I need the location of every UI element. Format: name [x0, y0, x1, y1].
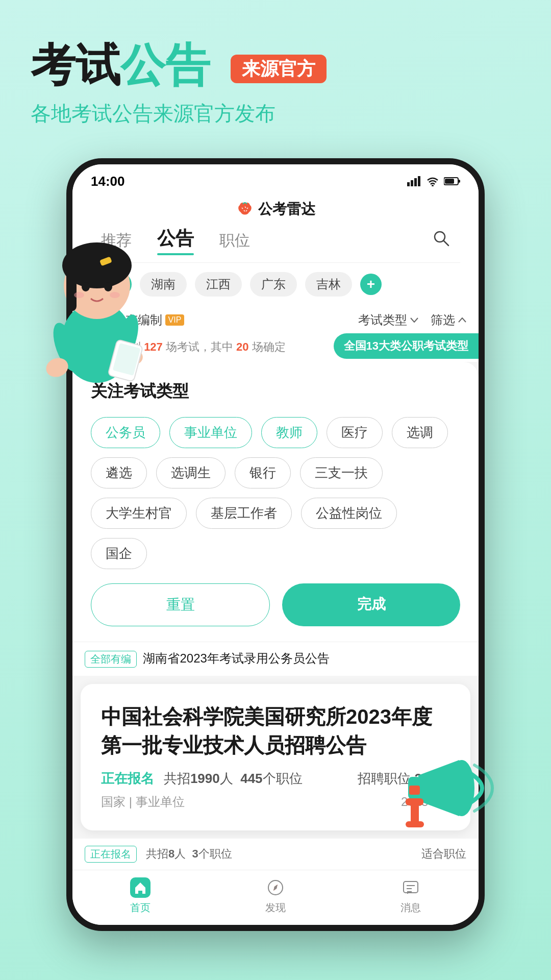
exam-tag-7[interactable]: 银行 — [235, 457, 291, 488]
app-name-text: 公考雷达 — [258, 200, 315, 219]
filter-exam-type[interactable]: 考试类型 — [358, 312, 418, 328]
exam-tag-9[interactable]: 大学生村官 — [91, 498, 187, 529]
exam-tag-12[interactable]: 国企 — [91, 538, 147, 569]
svg-point-7 — [74, 292, 84, 298]
region-guangdong[interactable]: 广东 — [250, 272, 297, 297]
svg-rect-26 — [404, 881, 418, 893]
svg-rect-31 — [409, 786, 420, 795]
filter-screen[interactable]: 筛选 — [431, 312, 466, 328]
svg-point-23 — [435, 232, 445, 242]
tab-positions[interactable]: 职位 — [219, 230, 250, 251]
megaphone-illustration — [403, 737, 505, 839]
add-region-button[interactable]: + — [360, 274, 382, 295]
card-meta-text: 共招1990人 445个职位 — [156, 771, 302, 786]
subtitle: 各地考试公告来源官方发布 — [31, 100, 520, 128]
compass-icon — [265, 877, 286, 898]
nav-discover[interactable]: 发现 — [265, 877, 286, 915]
nav-home[interactable]: 首页 — [130, 877, 151, 915]
card-footer: 国家 | 事业单位 2023-1-2 — [101, 794, 450, 810]
svg-rect-16 — [411, 180, 413, 186]
region-jilin[interactable]: 吉林 — [305, 272, 352, 297]
list-item-preview[interactable]: 全部有编 湖南省2023年考试录用公务员公告 — [72, 642, 479, 676]
second-meta: 共招8人 3个职位 — [146, 846, 232, 862]
suitable-label: 适合职位 — [421, 846, 466, 862]
second-status: 正在报名 — [85, 846, 137, 863]
svg-rect-15 — [407, 182, 410, 186]
nav-home-label: 首页 — [130, 901, 151, 915]
svg-rect-33 — [411, 803, 419, 824]
svg-rect-22 — [445, 179, 454, 184]
app-logo-icon — [236, 200, 254, 218]
app-logo: 公考雷达 — [91, 200, 460, 219]
svg-point-6 — [104, 282, 112, 291]
card-title: 中国社会科学院美国研究所2023年度第一批专业技术人员招聘公告 — [101, 702, 450, 760]
header-section: 考试公告 来源官方 各地考试公告来源官方发布 — [0, 0, 551, 148]
status-label: 正在报名 — [101, 771, 154, 786]
nav-message[interactable]: 消息 — [400, 877, 421, 915]
nav-discover-label: 发现 — [265, 901, 286, 915]
message-icon — [400, 877, 421, 898]
svg-rect-17 — [414, 178, 417, 186]
svg-point-29 — [449, 760, 474, 816]
chevron-up-icon — [458, 317, 466, 323]
svg-point-5 — [82, 282, 90, 291]
official-badge: 来源官方 — [231, 55, 327, 83]
title-green: 公告 — [120, 40, 210, 90]
status-bar: 14:00 — [72, 164, 479, 194]
home-icon — [130, 877, 151, 898]
status-time: 14:00 — [91, 174, 125, 189]
svg-point-8 — [110, 292, 120, 298]
reset-button[interactable]: 重置 — [91, 583, 270, 626]
exam-tag-5[interactable]: 遴选 — [91, 457, 147, 488]
svg-rect-34 — [406, 821, 424, 827]
exam-tag-1[interactable]: 事业单位 — [169, 417, 252, 448]
exam-type-modal: 关注考试类型 公务员事业单位教师医疗选调遴选选调生银行三支一扶大学生村官基层工作… — [72, 362, 479, 642]
bottom-nav[interactable]: 首页 发现 — [72, 870, 479, 925]
phone-container: 14:00 — [56, 158, 495, 931]
exam-tag-2[interactable]: 教师 — [261, 417, 317, 448]
done-button[interactable]: 完成 — [282, 583, 460, 626]
exam-tag-3[interactable]: 医疗 — [327, 417, 383, 448]
exam-tag-6[interactable]: 选调生 — [156, 457, 226, 488]
svg-line-24 — [444, 241, 448, 246]
nav-message-label: 消息 — [400, 901, 421, 915]
svg-rect-21 — [458, 180, 460, 183]
signal-icon — [407, 176, 421, 186]
modal-actions[interactable]: 重置 完成 — [91, 583, 460, 626]
exam-tag-grid[interactable]: 公务员事业单位教师医疗选调遴选选调生银行三支一扶大学生村官基层工作者公益性岗位国… — [91, 417, 460, 569]
second-list-preview[interactable]: 正在报名 共招8人 3个职位 适合职位 — [72, 839, 479, 870]
status-right — [407, 176, 460, 186]
tooltip-bubble: 全国13大类公职考试类型 — [334, 333, 479, 359]
card-meta-row1: 正在报名 共招1990人 445个职位 招聘职位 214个 — [101, 770, 450, 788]
exam-tag-0[interactable]: 公务员 — [91, 417, 160, 448]
region-jiangxi[interactable]: 江西 — [195, 272, 242, 297]
card-category: 国家 | 事业单位 — [101, 794, 185, 810]
exam-tag-11[interactable]: 公益性岗位 — [301, 498, 397, 529]
wifi-icon — [427, 176, 439, 186]
header-title: 考试公告 来源官方 — [31, 41, 520, 90]
battery-icon — [444, 177, 460, 186]
exam-tag-8[interactable]: 三支一扶 — [300, 457, 383, 488]
character-illustration — [26, 219, 168, 393]
chevron-down-icon-2 — [410, 317, 418, 323]
exam-tag-10[interactable]: 基层工作者 — [196, 498, 292, 529]
search-icon[interactable] — [433, 230, 450, 251]
list-title: 湖南省2023年考试录用公务员公告 — [143, 651, 329, 665]
list-tag: 全部有编 — [85, 651, 137, 668]
svg-rect-3 — [66, 271, 77, 311]
svg-rect-18 — [418, 176, 420, 186]
svg-point-19 — [432, 185, 434, 186]
exam-tag-4[interactable]: 选调 — [392, 417, 448, 448]
title-black: 考试 — [31, 40, 120, 90]
